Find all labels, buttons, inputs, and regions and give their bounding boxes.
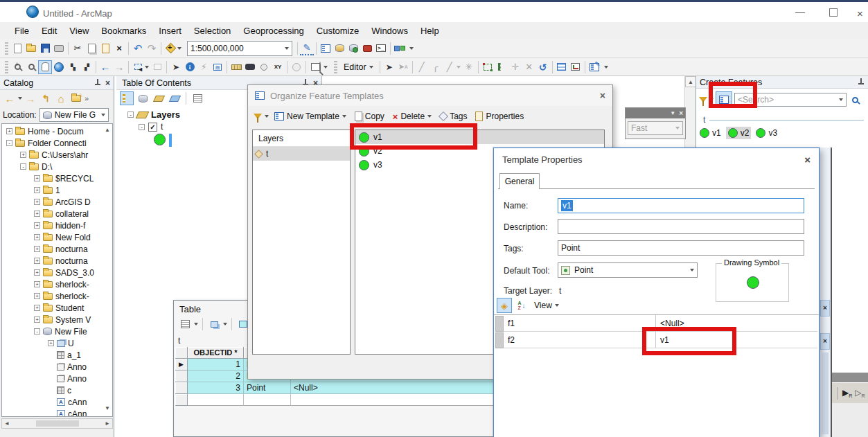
- tree-item-collateral[interactable]: +collateral: [2, 208, 112, 220]
- tree-item-home[interactable]: +Home - Docum: [2, 125, 112, 137]
- find-route-icon[interactable]: [257, 60, 271, 74]
- viewer-window-icon[interactable]: [308, 60, 322, 74]
- scroll-up-button[interactable]: ▲: [685, 76, 696, 87]
- filter-icon[interactable]: [254, 114, 262, 119]
- pin-icon[interactable]: [858, 78, 865, 86]
- catalog-horizontal-scrollbar[interactable]: ◄ ►: [1, 418, 113, 429]
- redo-icon[interactable]: ↷: [145, 42, 159, 55]
- map-scale-combo[interactable]: 1:500,000,000: [187, 41, 292, 56]
- tree-item-newfile-gdb[interactable]: -New File: [2, 325, 112, 337]
- hyperlink-icon[interactable]: ⚡: [197, 60, 211, 74]
- measure-icon[interactable]: [229, 60, 243, 74]
- description-input[interactable]: [558, 219, 804, 234]
- tree-item-cdrive[interactable]: +C:\Users\ahr: [2, 149, 112, 161]
- sort-az-icon[interactable]: AZ↓: [515, 298, 529, 312]
- cut-icon[interactable]: ✂: [71, 42, 85, 55]
- select-features-icon[interactable]: ◄: [131, 60, 145, 74]
- catalog-window-icon[interactable]: [333, 42, 346, 55]
- table-options-icon[interactable]: [178, 317, 192, 331]
- back-extent-icon[interactable]: ←: [98, 60, 112, 74]
- tree-scroll-down-icon[interactable]: ▼: [105, 405, 110, 411]
- copy-icon[interactable]: [85, 42, 98, 55]
- docked-close-button[interactable]: ×: [820, 333, 830, 350]
- table-cell-empty[interactable]: [188, 394, 244, 406]
- organize-dialog-titlebar[interactable]: Organize Feature Templates ×: [248, 85, 612, 106]
- add-data-icon[interactable]: +: [163, 42, 177, 55]
- add-data-dropdown[interactable]: [177, 47, 181, 50]
- template-item-v3[interactable]: v3: [754, 127, 779, 139]
- fixed-zoom-in-icon[interactable]: ▚: [66, 60, 80, 74]
- move-icon[interactable]: ✛: [508, 60, 522, 74]
- construction-dropdown[interactable]: [457, 66, 461, 69]
- tree-scroll-up-icon[interactable]: ▲: [105, 127, 110, 133]
- menu-selection[interactable]: Selection: [188, 26, 237, 36]
- toc-layer-t-row[interactable]: - ✓ t: [139, 122, 163, 132]
- time-slider-icon[interactable]: [290, 60, 303, 74]
- tree-item-u-dataset[interactable]: +U: [2, 337, 112, 349]
- attributes-icon[interactable]: [555, 60, 569, 74]
- copy-button[interactable]: Copy: [352, 112, 387, 121]
- collapse-icon[interactable]: -: [127, 112, 134, 118]
- open-icon[interactable]: [24, 42, 38, 55]
- toolbar-overflow[interactable]: [409, 47, 414, 50]
- html-popup-icon[interactable]: ▤: [211, 60, 224, 74]
- field-name-cell[interactable]: f2: [504, 332, 655, 348]
- template-group-t[interactable]: t: [703, 115, 864, 125]
- arctoolbox-icon[interactable]: [360, 42, 374, 55]
- options-icon[interactable]: [191, 91, 204, 105]
- clear-selection-icon[interactable]: [150, 60, 164, 74]
- field-name-cell[interactable]: f1: [504, 315, 655, 332]
- endpoint-arc-icon[interactable]: ╭: [429, 60, 443, 74]
- save-icon[interactable]: [38, 42, 52, 55]
- fast-combo[interactable]: Fast: [628, 121, 683, 135]
- row-selector[interactable]: [175, 382, 188, 394]
- layers-list-item-t[interactable]: t: [253, 147, 350, 161]
- tree-item-recycle[interactable]: +$RECYCL: [2, 172, 112, 184]
- docked-scrollbar-track[interactable]: [822, 353, 829, 434]
- menu-view[interactable]: View: [63, 26, 95, 36]
- related-tables-icon[interactable]: [207, 317, 221, 331]
- python-window-icon[interactable]: >_: [374, 42, 388, 55]
- tree-item-ddrive[interactable]: -D:\: [2, 161, 112, 172]
- template-item-v2[interactable]: v2: [726, 127, 752, 139]
- list-by-drawing-order-icon[interactable]: [120, 91, 134, 105]
- forward-icon[interactable]: →: [24, 91, 37, 105]
- menu-file[interactable]: File: [8, 26, 35, 36]
- fixed-zoom-out-icon[interactable]: ▞: [80, 60, 94, 74]
- drawing-symbol-point[interactable]: [747, 276, 759, 289]
- maximize-button[interactable]: [829, 8, 838, 17]
- row-selector[interactable]: ▶: [175, 359, 188, 371]
- toolbar-overflow[interactable]: [604, 66, 608, 69]
- menu-customize[interactable]: Customize: [310, 26, 365, 36]
- delete-button[interactable]: ×Delete: [390, 112, 434, 122]
- tree-item-anno1[interactable]: Anno: [2, 361, 112, 373]
- menu-help[interactable]: Help: [414, 26, 445, 36]
- table-cell-empty[interactable]: [244, 394, 291, 406]
- list-by-selection-icon[interactable]: [168, 91, 181, 105]
- tree-item-a1[interactable]: a_1: [2, 349, 112, 361]
- collapse-icon[interactable]: -: [139, 124, 145, 130]
- list-by-source-icon[interactable]: [136, 91, 150, 105]
- pan-icon[interactable]: [38, 60, 52, 74]
- toolbar-grip[interactable]: [334, 61, 337, 73]
- layer-checkbox[interactable]: ✓: [148, 123, 157, 132]
- menu-insert[interactable]: Insert: [152, 26, 188, 36]
- identify-icon[interactable]: i: [183, 60, 197, 74]
- sketch-properties-icon[interactable]: [569, 60, 583, 74]
- toolbar-overflow[interactable]: [324, 66, 328, 69]
- tree-item-newfolder[interactable]: +New Fold: [2, 231, 112, 243]
- tree-item-cann1[interactable]: AcAnn: [2, 396, 112, 408]
- menu-windows[interactable]: Windows: [365, 26, 414, 36]
- edit-annotation-r-icon[interactable]: ▶R: [842, 388, 852, 398]
- home-icon[interactable]: ⌂: [54, 91, 68, 105]
- undo-icon[interactable]: ↶: [131, 42, 145, 55]
- row-selector[interactable]: [175, 371, 188, 382]
- delete-icon[interactable]: ×: [112, 42, 126, 55]
- search-button[interactable]: [849, 93, 861, 107]
- select-elements-icon[interactable]: ➤: [169, 60, 183, 74]
- template-properties-titlebar[interactable]: Template Properties ×: [494, 148, 819, 170]
- related-tables-dropdown[interactable]: [223, 323, 227, 325]
- docked-close-button[interactable]: ×: [820, 300, 830, 316]
- catalog-panel-header[interactable]: Catalog ×: [0, 76, 114, 90]
- edit-tool-icon[interactable]: ➤: [382, 60, 396, 74]
